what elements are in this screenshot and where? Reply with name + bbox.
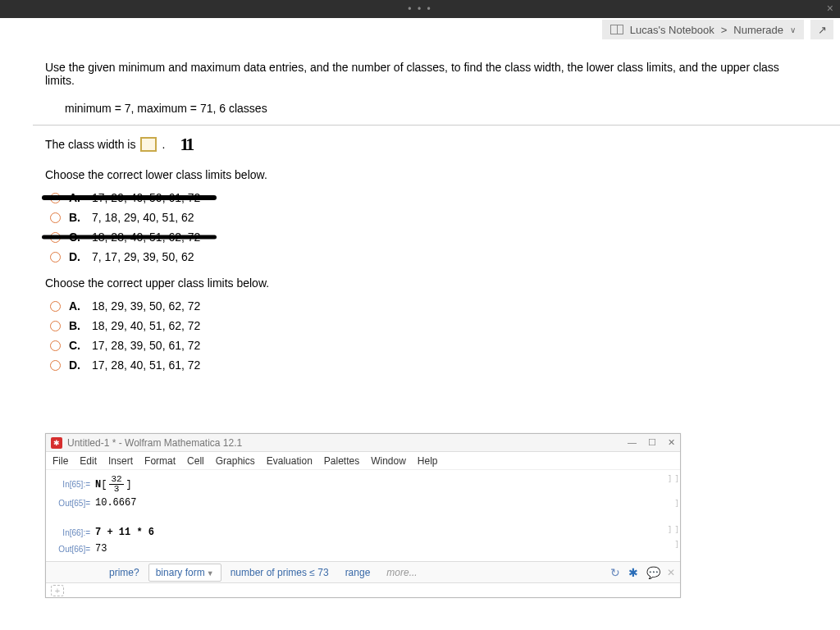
option-label: A.	[69, 299, 84, 313]
mathematica-window: ✱ Untitled-1 * - Wolfram Mathematica 12.…	[45, 433, 681, 598]
mathematica-titlebar[interactable]: ✱ Untitled-1 * - Wolfram Mathematica 12.…	[46, 434, 680, 452]
input-cell-65[interactable]: In[65]:= N[323]	[57, 475, 673, 494]
radio-icon[interactable]	[50, 321, 61, 331]
cell-label: In[65]:=	[57, 480, 95, 489]
option-label: B.	[69, 211, 84, 224]
app-titlebar: • • • ×	[0, 0, 840, 18]
upper-option-a[interactable]: A. 18, 29, 39, 50, 62, 72	[50, 299, 807, 313]
suggest-binary[interactable]: binary form▼	[148, 564, 221, 582]
menu-graphics[interactable]: Graphics	[216, 455, 255, 467]
lower-option-b[interactable]: B. 7, 18, 29, 40, 51, 62	[50, 211, 807, 224]
cell-bracket-icon[interactable]: ]	[675, 541, 678, 549]
class-width-suffix: .	[162, 138, 165, 151]
option-values: 18, 29, 40, 51, 62, 72	[92, 319, 200, 332]
cell-label: In[66]:=	[57, 528, 95, 537]
expand-icon: ↗	[818, 24, 827, 36]
radio-icon[interactable]	[50, 340, 61, 351]
radio-icon[interactable]	[50, 212, 61, 223]
mathematica-app-icon: ✱	[51, 437, 62, 449]
menu-file[interactable]: File	[52, 455, 68, 467]
output-cell-65[interactable]: Out[65]= 10.6667	[57, 495, 673, 510]
cell-bracket-icon[interactable]: ] ]	[668, 475, 678, 483]
chat-icon[interactable]: 💬	[646, 566, 660, 579]
lower-option-a[interactable]: A. 17, 29, 40, 50, 61, 72	[50, 191, 807, 204]
expand-button[interactable]: ↗	[810, 20, 833, 39]
option-values: 18, 29, 39, 50, 62, 72	[92, 299, 200, 313]
suggest-nprimes[interactable]: number of primes ≤ 73	[223, 564, 336, 582]
option-values: 17, 28, 40, 51, 61, 72	[92, 358, 200, 372]
cell-label: Out[66]=	[57, 545, 95, 554]
cell-content: 73	[95, 543, 107, 555]
cell-content[interactable]: N[323]	[95, 475, 132, 494]
question-lower: Choose the correct lower class limits be…	[45, 168, 807, 181]
option-values: 7, 17, 29, 39, 50, 62	[92, 250, 194, 263]
menu-window[interactable]: Window	[371, 455, 406, 467]
upper-option-b[interactable]: B. 18, 29, 40, 51, 62, 72	[50, 319, 807, 332]
suggest-range[interactable]: range	[338, 564, 378, 582]
lower-option-c[interactable]: C. 18, 28, 40, 51, 62, 72	[50, 231, 807, 244]
divider	[33, 125, 840, 126]
close-button[interactable]: ✕	[668, 437, 675, 448]
fraction: 323	[109, 475, 123, 494]
strike-mark	[42, 195, 217, 200]
radio-icon[interactable]	[50, 252, 61, 262]
problem-content: Use the given minimum and maximum data e…	[0, 41, 840, 372]
menu-insert[interactable]: Insert	[108, 455, 133, 467]
breadcrumb-notebook: Lucas's Notebook	[630, 24, 714, 36]
lower-option-d[interactable]: D. 7, 17, 29, 39, 50, 62	[50, 250, 807, 263]
menu-evaluation[interactable]: Evaluation	[267, 455, 313, 467]
menu-cell[interactable]: Cell	[187, 455, 204, 467]
class-width-input[interactable]	[140, 137, 157, 152]
mathematica-menubar: File Edit Insert Format Cell Graphics Ev…	[46, 452, 680, 470]
option-label: D.	[69, 250, 84, 263]
problem-given: minimum = 7, maximum = 71, 6 classes	[45, 102, 807, 115]
minimize-button[interactable]: —	[628, 437, 637, 448]
suggestion-bar: prime? binary form▼ number of primes ≤ 7…	[46, 561, 680, 582]
handwritten-answer: 11	[180, 134, 192, 155]
class-width-prefix: The class width is	[45, 138, 135, 151]
option-values: 17, 28, 39, 50, 61, 72	[92, 339, 200, 352]
wolfram-icon[interactable]: ✱	[628, 566, 638, 579]
menu-edit[interactable]: Edit	[80, 455, 97, 467]
upper-option-d[interactable]: D. 17, 28, 40, 51, 61, 72	[50, 358, 807, 372]
suggest-prime[interactable]: prime?	[102, 564, 147, 582]
cell-label: Out[65]=	[57, 499, 95, 508]
class-width-line: The class width is . 11	[45, 134, 807, 155]
breadcrumb-sep: >	[721, 24, 728, 36]
input-cell-66[interactable]: In[66]:= 7 + 11 * 6	[57, 525, 673, 540]
option-values: 7, 18, 29, 40, 51, 62	[92, 211, 194, 224]
chevron-down-icon[interactable]: ∨	[790, 25, 796, 34]
suggest-close-icon[interactable]: ✕	[667, 567, 675, 578]
radio-icon[interactable]	[50, 301, 61, 312]
suggest-more[interactable]: more...	[379, 564, 424, 582]
function-name: N	[95, 479, 101, 491]
radio-icon[interactable]	[50, 360, 61, 371]
close-icon[interactable]: ×	[827, 2, 833, 15]
notebook-footer: +	[46, 582, 680, 597]
menu-palettes[interactable]: Palettes	[324, 455, 359, 467]
window-controls: — ☐ ✕	[628, 437, 675, 448]
breadcrumb[interactable]: Lucas's Notebook > Numerade ∨	[602, 20, 804, 39]
option-label: B.	[69, 319, 84, 332]
option-label: D.	[69, 358, 84, 372]
upper-option-c[interactable]: C. 17, 28, 39, 50, 61, 72	[50, 339, 807, 352]
notebook-icon	[610, 25, 623, 34]
cell-content: 10.6667	[95, 497, 136, 509]
dropdown-icon[interactable]: ▼	[207, 569, 214, 578]
output-cell-66[interactable]: Out[66]= 73	[57, 541, 673, 556]
menu-format[interactable]: Format	[144, 455, 176, 467]
mathematica-title: Untitled-1 * - Wolfram Mathematica 12.1	[67, 437, 242, 449]
refresh-icon[interactable]: ↻	[610, 566, 620, 579]
question-upper: Choose the correct upper class limits be…	[45, 276, 807, 290]
notebook-body[interactable]: In[65]:= N[323] Out[65]= 10.6667 In[66]:…	[46, 470, 680, 561]
maximize-button[interactable]: ☐	[648, 437, 656, 448]
cell-bracket-icon[interactable]: ]	[675, 500, 678, 508]
option-label: C.	[69, 339, 84, 352]
titlebar-grip-icon: • • •	[408, 3, 431, 15]
breadcrumb-bar: Lucas's Notebook > Numerade ∨ ↗	[0, 18, 840, 41]
cell-bracket-icon[interactable]: ] ]	[668, 526, 678, 534]
strike-mark	[42, 235, 217, 240]
cell-content[interactable]: 7 + 11 * 6	[95, 527, 154, 538]
menu-help[interactable]: Help	[418, 455, 438, 467]
add-cell-button[interactable]: +	[51, 585, 64, 596]
